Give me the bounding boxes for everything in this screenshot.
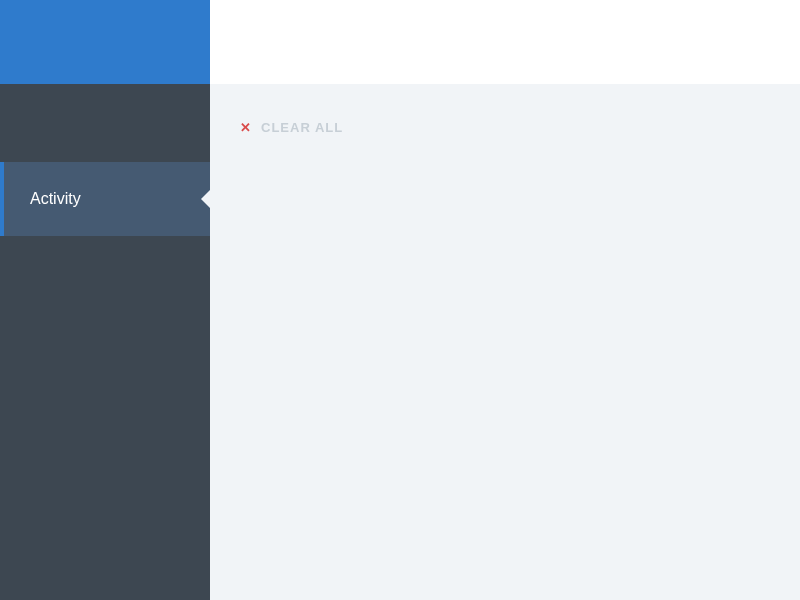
sidebar-spacer [0,84,210,162]
sidebar-item-activity[interactable]: Activity [0,162,210,236]
clear-all-label: CLEAR ALL [261,120,343,135]
active-indicator-arrow [201,189,211,209]
close-icon: ✕ [240,121,251,134]
sidebar-header [0,0,210,84]
main-header [210,0,800,84]
app-root: Activity ✕ CLEAR ALL [0,0,800,600]
sidebar-item-label: Activity [30,190,81,208]
clear-all-button[interactable]: ✕ CLEAR ALL [240,120,343,135]
main-content: ✕ CLEAR ALL [210,84,800,600]
sidebar: Activity [0,0,210,600]
main-area: ✕ CLEAR ALL [210,0,800,600]
